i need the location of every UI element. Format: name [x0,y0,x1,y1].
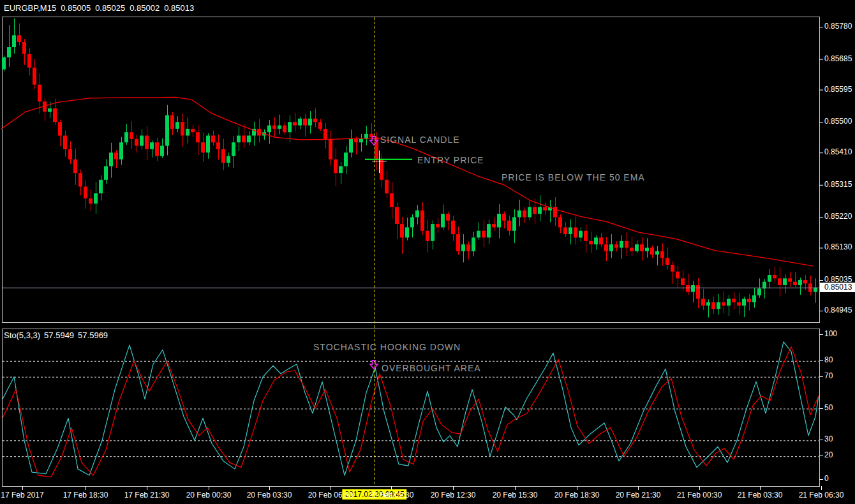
annotation-stochastic-hooking-down: STOCHASTIC HOOKING DOWN [313,342,461,352]
stochastic-axis-label: 80 [824,355,833,364]
price-axis-label: 0.85410 [824,147,852,156]
ohlc-high: 0.85025 [95,3,125,13]
indicator-k-value: 57.5949 [44,330,74,340]
annotation-price-below-ema: PRICE IS BELOW THE 50 EMA [502,172,645,182]
main-chart-panel[interactable] [3,17,820,323]
indicator-d-value: 57.5969 [78,330,108,340]
time-axis-label: 21 Feb 00:30 [677,491,722,500]
stochastic-axis-label: 0 [824,474,829,483]
indicator-name: Sto(5,3,3) [4,330,40,340]
stochastic-axis-label: 70 [824,371,833,380]
chart-header: EURGBP,M150.850050.850250.850020.85013 [4,3,198,13]
time-axis-label: 20 Feb 21:30 [616,491,661,500]
symbol-period-label: EURGBP,M15 [4,3,56,13]
stochastic-indicator-label: Sto(5,3,3)57.594957.5969 [4,330,112,340]
time-axis-label: 17 Feb 2017 [1,491,43,500]
ohlc-open: 0.85005 [61,3,91,13]
annotation-overbought-area: OVERBOUGHT AREA [382,363,481,373]
price-axis-label: 0.85220 [824,212,852,221]
price-axis-label: 0.85315 [824,180,852,189]
time-axis-label: 21 Feb 03:30 [738,491,783,500]
time-axis-label: 20 Feb 03:30 [247,491,292,500]
time-axis-label: 20 Feb 15:30 [493,491,538,500]
time-axis-label: 17 Feb 18:30 [63,491,108,500]
candlestick-series [2,19,817,318]
price-axis-label: 0.85780 [824,22,852,31]
time-axis-label: 21 Feb 06:30 [799,491,844,500]
annotation-entry-price: ENTRY PRICE [417,155,484,165]
time-axis-label: 20 Feb 06:30 [308,491,353,500]
stochastic-axis-label: 50 [824,403,833,412]
ohlc-low: 0.85002 [130,3,160,13]
price-axis-label: 0.84945 [824,306,852,315]
stochastic-sell-arrow-icon [370,360,378,369]
chart-canvas[interactable] [0,0,855,504]
time-axis-label: 20 Feb 00:30 [186,491,232,500]
crosshair-cursor [372,151,387,173]
axis-ticks [23,27,824,491]
time-axis-label: 17 Feb 21:30 [124,491,170,500]
current-price-box: 0.85013 [820,283,855,292]
stochastic-axis-label: 100 [824,329,837,338]
time-axis-label: 20 Feb 12:30 [431,491,476,500]
stochastic-level-lines [3,361,819,456]
stochastic-axis-label: 30 [824,434,833,443]
mt4-chart-window: EURGBP,M150.850050.850250.850020.85013 S… [0,0,855,504]
price-axis-label: 0.85595 [824,85,852,94]
ohlc-close: 0.85013 [164,3,194,13]
ema-50-line [1,97,814,266]
time-axis-label: 20 Feb 09:30 [369,491,414,500]
price-axis-label: 0.85130 [824,242,852,251]
time-axis-label: 20 Feb 18:30 [554,491,600,500]
annotation-signal-candle: SIGNAL CANDLE [380,135,460,145]
price-axis-label: 0.85035 [824,275,852,284]
price-axis-label: 0.85685 [824,54,852,63]
stochastic-axis-label: 20 [824,450,833,459]
price-axis-label: 0.85500 [824,117,852,126]
